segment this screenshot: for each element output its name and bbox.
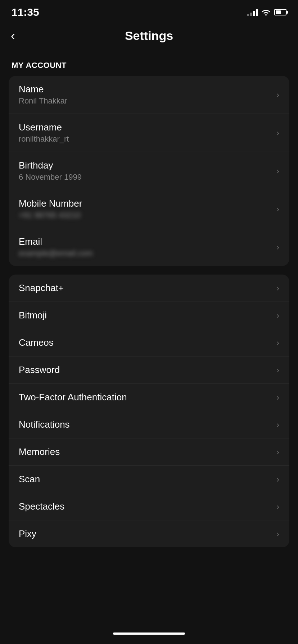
- chevron-icon: ›: [276, 242, 279, 252]
- wifi-icon: [261, 9, 271, 16]
- chevron-icon: ›: [276, 166, 279, 176]
- settings-item-notifications-title: Notifications: [19, 419, 271, 430]
- settings-item-username-value: ronilthakkar_rt: [19, 134, 271, 144]
- back-button[interactable]: ‹: [11, 29, 15, 42]
- settings-item-email-value: example@email.com: [19, 249, 271, 258]
- battery-icon: [274, 9, 286, 15]
- settings-item-snapchat-plus-title: Snapchat+: [19, 282, 271, 294]
- settings-item-2fa-title: Two-Factor Authentication: [19, 392, 271, 403]
- section-label-my-account: MY ACCOUNT: [0, 54, 298, 76]
- chevron-icon: ›: [276, 90, 279, 100]
- chevron-icon: ›: [276, 502, 279, 512]
- settings-item-cameos[interactable]: Cameos ›: [9, 329, 289, 356]
- settings-item-username-title: Username: [19, 122, 271, 133]
- chevron-icon: ›: [276, 283, 279, 293]
- settings-item-memories[interactable]: Memories ›: [9, 438, 289, 466]
- settings-item-name-title: Name: [19, 84, 271, 95]
- chevron-icon: ›: [276, 447, 279, 457]
- settings-item-spectacles-title: Spectacles: [19, 501, 271, 512]
- settings-item-snapchat-plus[interactable]: Snapchat+ ›: [9, 275, 289, 302]
- home-indicator: [0, 625, 298, 640]
- settings-item-name[interactable]: Name Ronil Thakkar ›: [9, 76, 289, 114]
- chevron-icon: ›: [276, 204, 279, 214]
- status-bar: 11:35: [0, 0, 298, 22]
- chevron-icon: ›: [276, 338, 279, 348]
- settings-item-bitmoji[interactable]: Bitmoji ›: [9, 302, 289, 329]
- page-title: Settings: [125, 29, 173, 43]
- settings-item-notifications[interactable]: Notifications ›: [9, 411, 289, 438]
- settings-item-name-value: Ronil Thakkar: [19, 96, 271, 106]
- settings-item-email-title: Email: [19, 236, 271, 247]
- chevron-icon: ›: [276, 310, 279, 321]
- account-settings-card: Name Ronil Thakkar › Username ronilthakk…: [9, 76, 289, 266]
- more-settings-card: Snapchat+ › Bitmoji › Cameos › Password …: [9, 275, 289, 547]
- settings-item-email[interactable]: Email example@email.com ›: [9, 228, 289, 266]
- settings-item-password-title: Password: [19, 364, 271, 376]
- settings-item-username[interactable]: Username ronilthakkar_rt ›: [9, 114, 289, 152]
- settings-item-mobile-title: Mobile Number: [19, 198, 271, 209]
- status-icons: [247, 8, 286, 16]
- chevron-icon: ›: [276, 420, 279, 430]
- chevron-icon: ›: [276, 474, 279, 484]
- settings-item-bitmoji-title: Bitmoji: [19, 310, 271, 321]
- status-time: 11:35: [12, 6, 39, 18]
- chevron-icon: ›: [276, 128, 279, 138]
- settings-item-birthday-value: 6 November 1999: [19, 172, 271, 182]
- settings-item-scan-title: Scan: [19, 474, 271, 485]
- settings-item-spectacles[interactable]: Spectacles ›: [9, 493, 289, 520]
- settings-item-mobile[interactable]: Mobile Number +91 98765 43210 ›: [9, 190, 289, 228]
- settings-item-cameos-title: Cameos: [19, 337, 271, 348]
- settings-item-memories-title: Memories: [19, 446, 271, 457]
- settings-item-pixy[interactable]: Pixy ›: [9, 520, 289, 547]
- settings-item-2fa[interactable]: Two-Factor Authentication ›: [9, 384, 289, 411]
- settings-item-scan[interactable]: Scan ›: [9, 466, 289, 493]
- page-header: ‹ Settings: [0, 22, 298, 54]
- settings-item-mobile-value: +91 98765 43210: [19, 211, 271, 220]
- home-bar: [113, 632, 185, 635]
- settings-item-pixy-title: Pixy: [19, 528, 271, 539]
- signal-icon: [247, 8, 258, 16]
- chevron-icon: ›: [276, 392, 279, 402]
- chevron-icon: ›: [276, 529, 279, 539]
- settings-item-birthday[interactable]: Birthday 6 November 1999 ›: [9, 152, 289, 190]
- settings-item-birthday-title: Birthday: [19, 160, 271, 171]
- chevron-icon: ›: [276, 365, 279, 375]
- settings-item-password[interactable]: Password ›: [9, 356, 289, 384]
